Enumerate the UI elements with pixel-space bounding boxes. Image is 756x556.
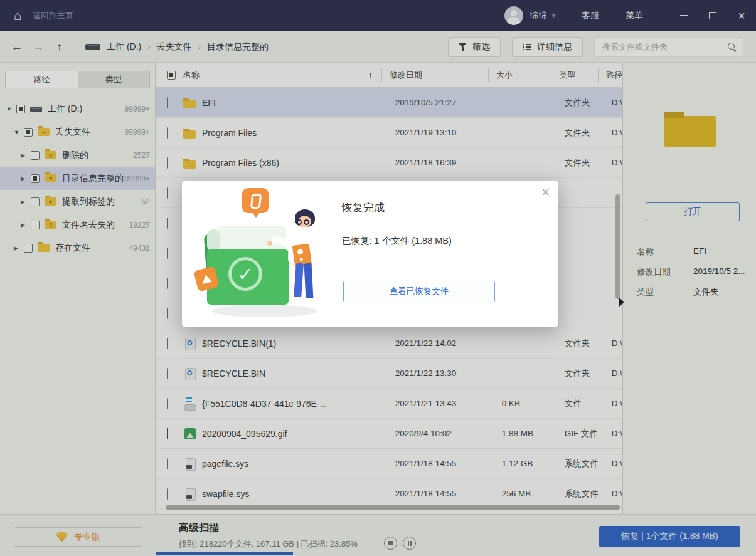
glasses-icon	[296, 219, 302, 225]
speech-bubble-icon	[242, 188, 269, 213]
person-leg	[294, 263, 304, 299]
view-recovered-files-button[interactable]: 查看已恢复文件	[343, 281, 495, 302]
dialog-close-button[interactable]	[541, 184, 550, 201]
dialog-message: 已恢复: 1 个文件 (1.88 MB)	[342, 235, 452, 247]
person-shoe	[305, 298, 316, 303]
recovery-complete-dialog: 恢复完成 已恢复: 1 个文件 (1.88 MB) 查看已恢复文件	[182, 181, 558, 327]
dialog-title: 恢复完成	[342, 201, 385, 215]
app-window: 返回到主页 绵绵 客服 菜单 工作 (D:) 丢失文件 目录信息完整的	[0, 0, 756, 556]
person-hand	[267, 241, 272, 246]
illustration-shadow	[212, 305, 317, 317]
check-circle-icon	[228, 257, 262, 291]
person-leg	[304, 263, 313, 300]
success-illustration	[201, 187, 339, 320]
person-shoe	[291, 297, 302, 302]
glasses-icon	[304, 219, 309, 225]
